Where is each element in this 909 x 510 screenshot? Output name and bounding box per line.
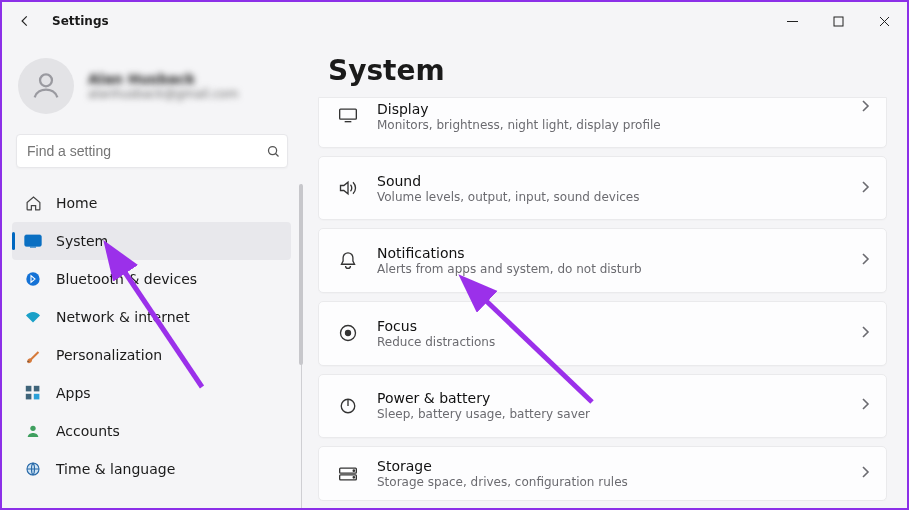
sidebar-item-label: Apps — [56, 385, 91, 401]
sidebar: Alan Husback alanhusback@gmail.com Home — [2, 40, 302, 508]
page-title: System — [328, 54, 887, 87]
wifi-icon — [24, 308, 42, 326]
sidebar-item-label: Accounts — [56, 423, 120, 439]
card-title: Power & battery — [377, 390, 843, 406]
app-title: Settings — [52, 14, 109, 28]
card-desc: Storage space, drives, configuration rul… — [377, 475, 843, 489]
svg-rect-7 — [25, 235, 42, 246]
chevron-right-icon — [861, 98, 870, 117]
display-icon — [337, 104, 359, 126]
titlebar: Settings — [2, 2, 907, 40]
svg-line-6 — [275, 153, 278, 156]
card-sound[interactable]: Sound Volume levels, output, input, soun… — [318, 156, 887, 221]
card-desc: Alerts from apps and system, do not dist… — [377, 262, 843, 276]
home-icon — [24, 194, 42, 212]
system-icon — [24, 232, 42, 250]
apps-icon — [24, 384, 42, 402]
account-block[interactable]: Alan Husback alanhusback@gmail.com — [12, 52, 292, 128]
svg-point-5 — [268, 146, 276, 154]
card-notifications[interactable]: Notifications Alerts from apps and syste… — [318, 228, 887, 293]
brush-icon — [24, 346, 42, 364]
settings-cards: Display Monitors, brightness, night ligh… — [318, 97, 887, 501]
search-input-wrap[interactable] — [16, 134, 288, 168]
sidebar-item-time-language[interactable]: Time & language — [12, 450, 291, 488]
chevron-right-icon — [861, 179, 870, 198]
sidebar-item-label: Personalization — [56, 347, 162, 363]
sidebar-item-label: Home — [56, 195, 97, 211]
accounts-icon — [24, 422, 42, 440]
storage-icon — [337, 463, 359, 485]
svg-point-19 — [346, 331, 351, 336]
sidebar-item-apps[interactable]: Apps — [12, 374, 291, 412]
card-title: Display — [377, 101, 843, 117]
svg-rect-10 — [26, 386, 32, 392]
card-desc: Volume levels, output, input, sound devi… — [377, 190, 843, 204]
chevron-right-icon — [861, 251, 870, 270]
globe-icon — [24, 460, 42, 478]
svg-rect-1 — [834, 17, 843, 26]
sidebar-item-network[interactable]: Network & internet — [12, 298, 291, 336]
back-button[interactable] — [16, 12, 34, 30]
svg-point-4 — [40, 74, 52, 86]
svg-rect-8 — [30, 247, 36, 248]
card-title: Sound — [377, 173, 843, 189]
nav-list: Home System Bluetooth & devices Network … — [12, 184, 302, 508]
svg-point-14 — [30, 426, 35, 431]
card-desc: Monitors, brightness, night light, displ… — [377, 118, 843, 132]
content-area: System Display Monitors, brightness, nig… — [302, 40, 907, 508]
chevron-right-icon — [861, 464, 870, 483]
card-desc: Reduce distractions — [377, 335, 843, 349]
sidebar-item-label: Bluetooth & devices — [56, 271, 197, 287]
svg-point-25 — [353, 476, 354, 477]
search-input[interactable] — [17, 143, 259, 159]
sidebar-item-accounts[interactable]: Accounts — [12, 412, 291, 450]
sidebar-item-personalization[interactable]: Personalization — [12, 336, 291, 374]
svg-rect-11 — [34, 386, 40, 392]
account-email: alanhusback@gmail.com — [88, 87, 238, 101]
account-info: Alan Husback alanhusback@gmail.com — [88, 71, 238, 101]
minimize-button[interactable] — [769, 5, 815, 37]
chevron-right-icon — [861, 324, 870, 343]
avatar — [18, 58, 74, 114]
sidebar-item-system[interactable]: System — [12, 222, 291, 260]
window-controls — [769, 5, 907, 37]
card-title: Storage — [377, 458, 843, 474]
card-title: Notifications — [377, 245, 843, 261]
svg-rect-12 — [26, 394, 32, 400]
account-name: Alan Husback — [88, 71, 238, 87]
svg-point-24 — [353, 470, 354, 471]
sidebar-item-label: Network & internet — [56, 309, 190, 325]
power-icon — [337, 395, 359, 417]
card-desc: Sleep, battery usage, battery saver — [377, 407, 843, 421]
svg-rect-16 — [340, 109, 357, 119]
bluetooth-icon — [24, 270, 42, 288]
card-power-battery[interactable]: Power & battery Sleep, battery usage, ba… — [318, 374, 887, 439]
card-storage[interactable]: Storage Storage space, drives, configura… — [318, 446, 887, 501]
sidebar-item-bluetooth[interactable]: Bluetooth & devices — [12, 260, 291, 298]
sound-icon — [337, 177, 359, 199]
search-icon — [259, 144, 287, 159]
maximize-button[interactable] — [815, 5, 861, 37]
card-focus[interactable]: Focus Reduce distractions — [318, 301, 887, 366]
sidebar-item-label: Time & language — [56, 461, 175, 477]
focus-icon — [337, 322, 359, 344]
chevron-right-icon — [861, 396, 870, 415]
bell-icon — [337, 250, 359, 272]
svg-rect-13 — [34, 394, 40, 400]
svg-point-9 — [26, 272, 39, 285]
sidebar-item-label: System — [56, 233, 108, 249]
close-button[interactable] — [861, 5, 907, 37]
card-title: Focus — [377, 318, 843, 334]
card-display[interactable]: Display Monitors, brightness, night ligh… — [318, 97, 887, 148]
sidebar-item-home[interactable]: Home — [12, 184, 291, 222]
